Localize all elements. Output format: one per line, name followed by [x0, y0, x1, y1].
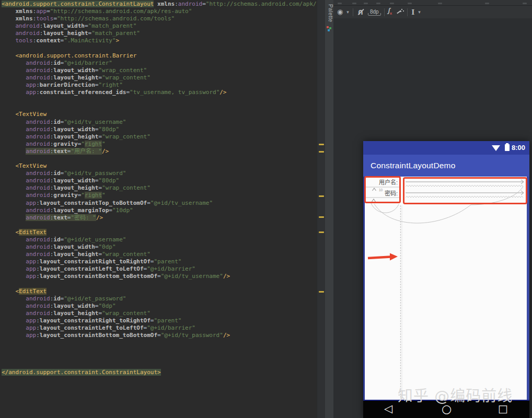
warning-stripe-mark[interactable]: [319, 144, 324, 145]
view-options-chevron-icon[interactable]: ▾: [346, 8, 349, 16]
status-bar: 8:00: [363, 141, 529, 155]
warning-stripe-mark[interactable]: [319, 151, 324, 153]
app-bar: ConstraintLayoutDemo: [363, 155, 529, 177]
view-options-icon[interactable]: ◉: [337, 8, 343, 16]
default-margin-button[interactable]: 8dp: [368, 9, 380, 16]
warning-stripe-mark[interactable]: [319, 195, 324, 197]
android-studio-layout-editor: <android.support.constraint.ConstraintLa…: [0, 0, 532, 418]
textview-password[interactable]: 密码:: [366, 189, 398, 197]
palette-tab[interactable]: Palette: [325, 1, 333, 25]
clear-constraints-icon[interactable]: ʃx: [388, 7, 392, 17]
app-title: ConstraintLayoutDemo: [371, 161, 456, 170]
phone-preview: 8:00 ConstraintLayoutDemo 10: [363, 141, 529, 418]
guideline-ibeam-icon[interactable]: I: [411, 8, 414, 16]
editor-error-stripe[interactable]: [317, 0, 326, 418]
ibeam-chevron-icon[interactable]: ▾: [418, 8, 421, 16]
warning-stripe-mark[interactable]: [319, 231, 324, 233]
design-toolbar-clipped-row: [333, 0, 532, 6]
warning-stripe-mark[interactable]: [319, 291, 324, 293]
activity-content: [363, 177, 529, 401]
textview-username[interactable]: 用户名:: [366, 178, 398, 186]
palette-icon: [327, 26, 332, 31]
frame-border-right: [527, 177, 529, 401]
toolbar-divider: [353, 8, 353, 16]
annotation-box-edittexts: [403, 177, 527, 204]
design-toolbar: ◉ ▾ U 8dp ʃx I ▾: [333, 6, 532, 18]
toolbar-divider: [407, 8, 408, 16]
battery-icon: [505, 144, 510, 151]
red-x-icon: x: [390, 11, 392, 16]
frame-border-left: [363, 177, 365, 401]
warning-stripe-mark[interactable]: [319, 216, 324, 218]
nav-back-icon[interactable]: ◁: [384, 402, 392, 415]
toolbar-divider: [384, 8, 385, 16]
tool-window-strip: Palette: [325, 0, 334, 418]
watermark: 知乎 @编码前线: [398, 384, 528, 405]
xml-code-editor[interactable]: <android.support.constraint.ConstraintLa…: [0, 0, 317, 418]
status-time: 8:00: [512, 144, 525, 152]
infer-constraints-wand-icon[interactable]: [396, 8, 403, 16]
autoconnect-off-icon[interactable]: U: [357, 8, 365, 16]
wifi-icon: [492, 145, 500, 151]
